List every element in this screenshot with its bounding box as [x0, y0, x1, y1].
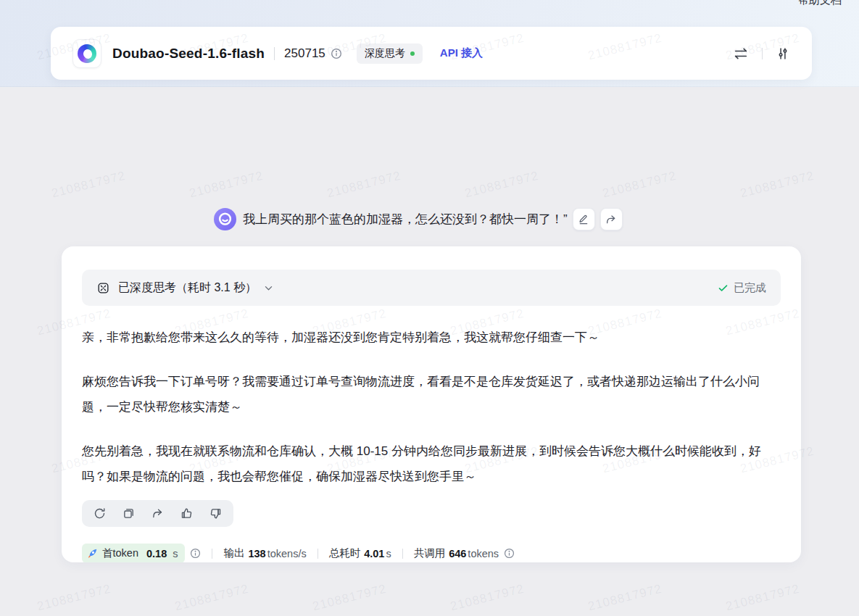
total-time-value: 4.01: [364, 548, 384, 559]
deep-thinking-collapse-bar[interactable]: 已深度思考（耗时 3.1 秒） 已完成: [82, 270, 781, 306]
first-token-pill: 首token 0.18 s: [82, 544, 185, 562]
model-version: 250715: [284, 46, 325, 61]
thumbs-down-button[interactable]: [209, 507, 222, 520]
output-speed-value: 138: [248, 548, 265, 559]
copy-button[interactable]: [123, 507, 135, 520]
user-message-text: 我上周买的那个蓝色的加湿器，怎么还没到？都快一周了！”: [243, 211, 568, 228]
deep-thinking-status-dot: [410, 51, 415, 56]
api-access-link[interactable]: API 接入: [440, 46, 483, 60]
first-token-info-icon[interactable]: [190, 548, 201, 559]
completion-status: 已完成: [718, 281, 766, 295]
divider: [402, 549, 403, 559]
total-time-label: 总耗时: [329, 546, 361, 560]
assistant-response-card: 已深度思考（耗时 3.1 秒） 已完成 亲，非常抱歉给您带来这么久的等待，加湿器…: [62, 246, 801, 562]
chevron-down-icon[interactable]: [263, 283, 274, 294]
doubao-logo-mark: [78, 44, 96, 63]
user-avatar: [214, 208, 236, 230]
first-token-unit: s: [173, 548, 178, 559]
doubao-logo: [72, 39, 101, 68]
divider: [762, 48, 763, 59]
deep-thinking-summary: 已深度思考（耗时 3.1 秒）: [118, 280, 257, 296]
answer-paragraph: 亲，非常抱歉给您带来这么久的等待，加湿器还没到您肯定特别着急，我这就帮您仔细查一…: [82, 325, 781, 350]
stat-total-time: 总耗时 4.01 s: [329, 546, 391, 560]
deep-thinking-badge-label: 深度思考: [365, 47, 405, 60]
divider: [212, 549, 212, 559]
stat-first-token: 首token 0.18 s: [82, 544, 201, 562]
version-info-icon[interactable]: [331, 48, 342, 59]
edit-message-button[interactable]: [573, 208, 595, 230]
assistant-answer-text: 亲，非常抱歉给您带来这么久的等待，加湿器还没到您肯定特别着急，我这就帮您仔细查一…: [82, 325, 781, 489]
total-time-unit: s: [386, 548, 391, 559]
user-message-row: 我上周买的那个蓝色的加湿器，怎么还没到？都快一周了！”: [214, 208, 623, 230]
answer-paragraph: 您先别着急，我现在就联系物流和仓库确认，大概 10-15 分钟内给您同步最新进展…: [82, 438, 781, 489]
settings-sliders-icon[interactable]: [776, 46, 790, 61]
model-name[interactable]: Doubao-Seed-1.6-flash: [112, 46, 265, 62]
divider: [274, 47, 275, 60]
model-header-bar: Doubao-Seed-1.6-flash 250715 深度思考 API 接入: [51, 27, 812, 80]
share-arrow-icon: [605, 214, 617, 225]
regenerate-button[interactable]: [94, 507, 106, 520]
thumbs-up-button[interactable]: [180, 507, 193, 520]
answer-paragraph: 麻烦您告诉我一下订单号呀？我需要通过订单号查询物流进度，看看是不是仓库发货延迟了…: [82, 369, 781, 420]
first-token-value: 0.18: [146, 548, 167, 559]
edit-pencil-icon: [578, 214, 589, 225]
first-token-label: 首token: [102, 546, 138, 560]
share-button[interactable]: [152, 507, 164, 520]
total-tokens-unit: tokens: [468, 548, 499, 559]
share-message-button[interactable]: [600, 208, 623, 230]
compare-swap-icon[interactable]: [733, 46, 749, 62]
deep-thinking-atom-icon: [96, 281, 110, 295]
completion-status-label: 已完成: [734, 281, 766, 295]
check-icon: [718, 283, 729, 294]
total-tokens-label: 共调用: [414, 546, 446, 560]
stat-output-speed: 输出 138 tokens/s: [223, 546, 306, 560]
total-tokens-info-icon[interactable]: [504, 548, 515, 559]
total-tokens-value: 646: [449, 548, 466, 559]
help-docs-link[interactable]: 帮助文档: [798, 0, 842, 7]
output-speed-unit: tokens/s: [267, 548, 307, 559]
output-speed-label: 输出: [223, 546, 244, 560]
divider: [318, 549, 318, 559]
response-action-toolbar: [82, 500, 233, 527]
response-stats-row: 首token 0.18 s 输出 138 tokens/s 总耗时 4.01 s…: [82, 544, 781, 562]
deep-thinking-badge[interactable]: 深度思考: [357, 43, 423, 64]
stat-total-tokens: 共调用 646 tokens: [414, 546, 515, 560]
rocket-icon: [86, 548, 98, 559]
